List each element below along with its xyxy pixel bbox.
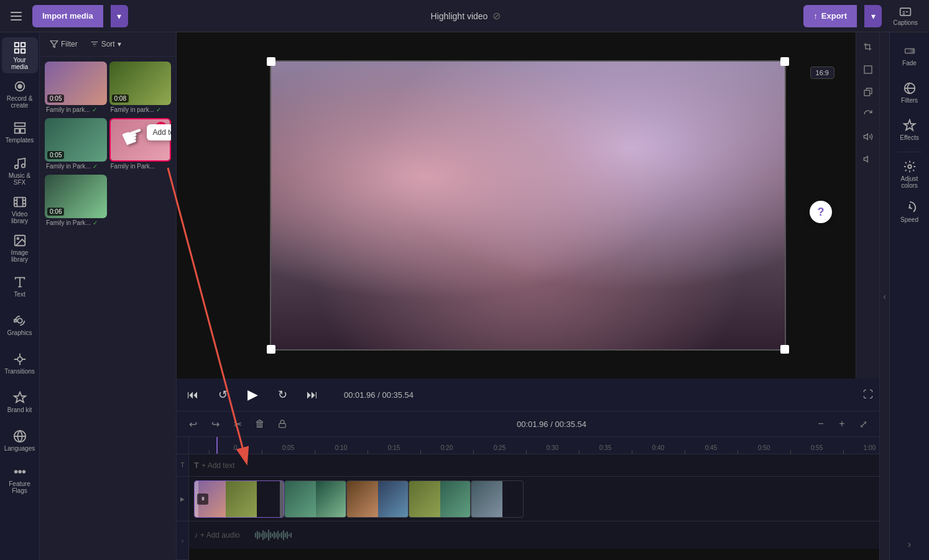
rotate-tool-button[interactable] bbox=[858, 104, 878, 124]
resize-handle-br[interactable] bbox=[780, 345, 789, 354]
fit-timeline-button[interactable]: ⤢ bbox=[854, 415, 872, 433]
svg-marker-22 bbox=[50, 41, 58, 48]
transitions-icon bbox=[13, 352, 27, 366]
lock-button[interactable] bbox=[274, 415, 291, 433]
resize-handle-tl[interactable] bbox=[267, 57, 275, 66]
clip-handle-right[interactable] bbox=[280, 481, 284, 517]
fullscreen-button[interactable]: ⛶ bbox=[863, 389, 873, 400]
skip-to-end-button[interactable]: ⏭ bbox=[302, 385, 322, 405]
sidebar-label-music: Music & SFX bbox=[4, 172, 35, 186]
timeline-toolbar: ↩ ↪ ✂ 🗑 00:01.96 / 00:35.54 − bbox=[177, 411, 879, 437]
resize-handle-bl[interactable] bbox=[267, 345, 275, 354]
timeline-area: ↩ ↪ ✂ 🗑 00:01.96 / 00:35.54 − bbox=[177, 411, 879, 560]
resize-handle-tr[interactable] bbox=[780, 57, 789, 66]
media-item-3[interactable]: 0:05 Family in Park... ✓ bbox=[45, 118, 107, 172]
sidebar-label-transitions: Transitions bbox=[4, 368, 35, 375]
zoom-in-button[interactable]: + bbox=[833, 415, 851, 433]
collapse-panel-button[interactable]: ‹ bbox=[879, 32, 889, 560]
media-item-2[interactable]: 0:08 Family in park... ✓ bbox=[109, 62, 172, 116]
filter-button[interactable]: Filter bbox=[46, 37, 81, 51]
ruler-mark-12: 1:00 bbox=[843, 444, 879, 451]
skip-to-start-button[interactable]: ⏮ bbox=[183, 385, 203, 405]
volume-tool-button[interactable] bbox=[858, 127, 878, 147]
clip-item-3[interactable] bbox=[346, 480, 409, 518]
cut-button[interactable]: ✂ bbox=[229, 415, 246, 433]
clip-item-2[interactable] bbox=[284, 480, 346, 518]
lock-icon bbox=[278, 420, 287, 428]
undo-button[interactable]: ↩ bbox=[184, 415, 201, 433]
media-label-3: Family in Park... ✓ bbox=[45, 162, 107, 172]
right-panel-adjust-colors[interactable]: Adjust colors bbox=[892, 156, 928, 193]
media-delete-button[interactable]: ✕ bbox=[155, 122, 167, 134]
right-panel-speed[interactable]: Speed bbox=[892, 194, 928, 230]
sidebar-item-languages[interactable]: Languages bbox=[2, 423, 38, 459]
svg-rect-0 bbox=[900, 8, 911, 16]
import-media-dropdown[interactable]: ▾ bbox=[111, 5, 128, 27]
ruler-mark-10: 0:50 bbox=[737, 444, 790, 451]
zoom-out-button[interactable]: − bbox=[812, 415, 830, 433]
captions-panel[interactable]: Captions bbox=[889, 6, 922, 26]
right-panel-effects[interactable]: Effects bbox=[892, 112, 928, 148]
sidebar-item-music[interactable]: Music & SFX bbox=[2, 153, 38, 189]
timeline-ruler: 0 0:05 0:10 0:15 0:20 0:25 0:30 0:35 0:4… bbox=[189, 437, 879, 454]
right-panel-filters[interactable]: Filters bbox=[892, 75, 928, 111]
media-item-4[interactable]: ✕ Add to timeline Family in Park... bbox=[109, 118, 172, 172]
speed-label: Speed bbox=[900, 216, 918, 223]
media-item-1[interactable]: 0:05 Family in park... ✓ bbox=[45, 62, 107, 116]
sidebar-item-text[interactable]: Text bbox=[2, 269, 38, 305]
filter-icon bbox=[50, 40, 58, 48]
resize-tool-button[interactable] bbox=[858, 60, 878, 80]
dots-icon bbox=[13, 465, 27, 479]
clip-item-4[interactable] bbox=[409, 480, 471, 518]
sidebar-item-record[interactable]: Record & create bbox=[2, 76, 38, 112]
export-dropdown[interactable]: ▾ bbox=[864, 5, 882, 27]
svg-rect-4 bbox=[21, 48, 24, 52]
center-area: 16:9 bbox=[177, 32, 879, 560]
right-panel-fade[interactable]: Fade bbox=[892, 37, 928, 73]
position-tool-button[interactable] bbox=[858, 82, 878, 102]
sort-button[interactable]: Sort ▾ bbox=[86, 37, 125, 51]
svg-point-31 bbox=[909, 207, 910, 208]
video-track-row: ⏸ bbox=[189, 477, 879, 521]
svg-point-30 bbox=[908, 165, 912, 168]
sidebar-item-templates[interactable]: Templates bbox=[2, 114, 38, 150]
right-panel: Fade Filters Effects Adjust colors bbox=[889, 32, 929, 560]
svg-marker-26 bbox=[864, 156, 867, 162]
import-media-button[interactable]: Import media bbox=[32, 5, 103, 27]
help-button[interactable]: ? bbox=[810, 201, 832, 223]
hamburger-menu[interactable] bbox=[7, 7, 25, 25]
playhead[interactable] bbox=[216, 437, 218, 454]
media-item-5[interactable]: 0:06 Family in Park... ✓ bbox=[45, 175, 107, 229]
sidebar-label-text: Text bbox=[14, 291, 25, 298]
sidebar-item-graphics[interactable]: Graphics bbox=[2, 307, 38, 343]
clip-item-active[interactable]: ⏸ bbox=[194, 480, 284, 518]
sidebar-item-feature-flags[interactable]: Feature Flags bbox=[2, 461, 38, 497]
sidebar-item-video-library[interactable]: Video library bbox=[2, 191, 38, 227]
film-icon bbox=[13, 195, 27, 209]
sidebar-label-image-library: Image library bbox=[4, 249, 35, 263]
rewind-5s-button[interactable]: ↺ bbox=[213, 385, 233, 405]
clip-pause-button[interactable]: ⏸ bbox=[197, 493, 208, 505]
mute-tool-button[interactable] bbox=[858, 149, 878, 169]
media-thumb-1: 0:05 bbox=[45, 62, 107, 105]
clip-thumb-4 bbox=[409, 481, 470, 517]
media-duration-5: 0:06 bbox=[47, 208, 64, 216]
sidebar-item-your-media[interactable]: Your media bbox=[2, 37, 38, 73]
delete-button[interactable]: 🗑 bbox=[251, 415, 269, 433]
redo-button[interactable]: ↪ bbox=[206, 415, 224, 433]
media-label-2: Family in park... ✓ bbox=[109, 105, 172, 116]
clip-item-5[interactable] bbox=[471, 480, 524, 518]
media-toolbar: Filter Sort ▾ bbox=[40, 32, 176, 57]
play-pause-button[interactable]: ▶ bbox=[243, 385, 262, 405]
sidebar-item-image-library[interactable]: Image library bbox=[2, 230, 38, 266]
svg-rect-28 bbox=[905, 48, 914, 53]
image-icon bbox=[13, 234, 27, 247]
forward-5s-button[interactable]: ↻ bbox=[272, 385, 292, 405]
collapse-right-panel-button[interactable]: › bbox=[903, 534, 916, 555]
export-button[interactable]: ↑ Export bbox=[803, 5, 857, 27]
sidebar-item-transitions[interactable]: Transitions bbox=[2, 346, 38, 382]
sidebar-item-brand-kit[interactable]: Brand kit bbox=[2, 384, 38, 420]
timeline-tracks[interactable]: 0 0:05 0:10 0:15 0:20 0:25 0:30 0:35 0:4… bbox=[189, 437, 879, 560]
media-duration-3: 0:05 bbox=[47, 151, 64, 159]
crop-tool-button[interactable] bbox=[858, 37, 878, 57]
